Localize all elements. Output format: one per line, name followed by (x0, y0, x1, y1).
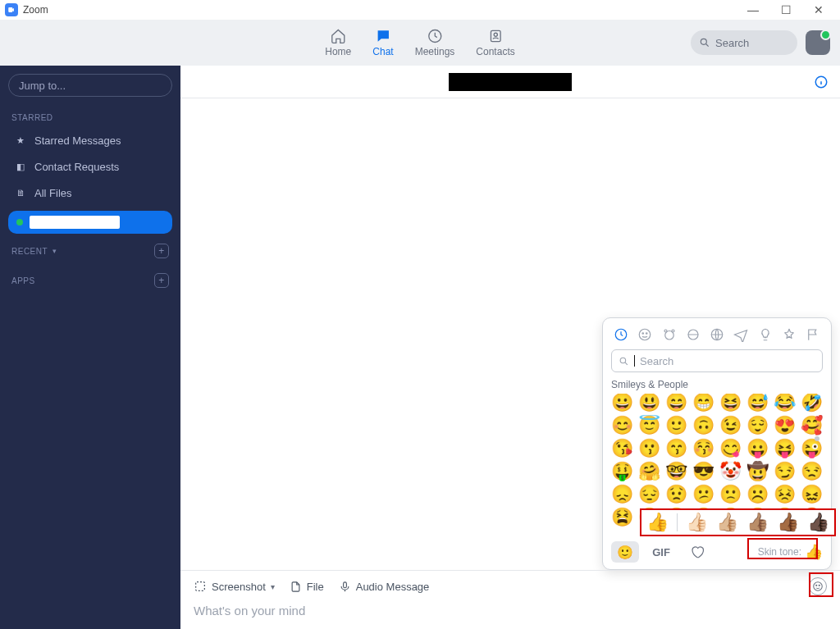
emoji-item[interactable]: 🙃 (692, 417, 714, 435)
skintone-option[interactable]: 👍🏽 (746, 513, 769, 531)
emoji-cat-recent[interactable] (613, 326, 629, 343)
emoji-item[interactable]: 🥰 (801, 417, 823, 435)
svg-rect-15 (343, 581, 346, 587)
file-button[interactable]: File (290, 581, 324, 593)
skintone-option[interactable]: 👍🏾 (777, 513, 799, 531)
emoji-item[interactable]: 😁 (692, 394, 714, 412)
emoji-item[interactable]: 🤗 (638, 463, 660, 481)
gif-tab-button[interactable]: GIF (647, 541, 675, 563)
emoji-item[interactable]: 🤓 (665, 463, 687, 481)
add-app-button[interactable]: + (154, 273, 169, 288)
emoji-cat-smileys[interactable] (637, 326, 653, 343)
chat-messages-area: Search Smileys & People 😀😃😄😁😆😅😂🤣😊😇🙂🙃😉😌😍🥰… (180, 98, 840, 570)
nav-contacts[interactable]: Contacts (476, 28, 514, 57)
skintone-selector[interactable]: Skin tone: 👍 (758, 543, 823, 561)
sidebar-heading-recent[interactable]: RECENT▾+ (11, 244, 169, 258)
sidebar-heading-apps[interactable]: APPS+ (11, 273, 169, 288)
emoji-item[interactable]: 😔 (638, 485, 660, 504)
emoji-item[interactable]: 😒 (801, 463, 823, 481)
favorites-tab-button[interactable] (683, 541, 711, 563)
window-minimize-button[interactable]: — (737, 0, 769, 20)
emoji-item[interactable]: 🙂 (665, 417, 687, 435)
svg-point-6 (640, 329, 651, 340)
emoji-item[interactable]: 🤠 (746, 463, 769, 481)
emoji-item[interactable]: 😋 (719, 440, 742, 458)
skintone-option[interactable]: 👍🏼 (716, 513, 738, 531)
sidebar: Jump to... STARRED ★Starred Messages ◧Co… (0, 66, 180, 629)
emoji-item[interactable]: 😜 (801, 440, 823, 458)
svg-point-11 (672, 330, 674, 332)
emoji-search-placeholder: Search (640, 355, 673, 367)
emoji-tab-button[interactable]: 🙂 (611, 541, 639, 563)
emoji-item[interactable]: 😛 (746, 440, 769, 458)
window-maximize-button[interactable]: ☐ (769, 0, 802, 20)
audio-message-button[interactable]: Audio Message (339, 581, 430, 593)
emoji-item[interactable]: 😃 (638, 394, 660, 412)
svg-point-18 (819, 585, 819, 586)
emoji-item[interactable]: 😟 (665, 485, 687, 504)
emoji-item[interactable]: 😕 (692, 485, 714, 504)
nav-chat[interactable]: Chat (372, 28, 393, 57)
emoji-item[interactable]: 😘 (611, 440, 633, 458)
emoji-item[interactable]: 😄 (665, 394, 687, 412)
add-recent-button[interactable]: + (154, 244, 169, 258)
emoji-item[interactable]: 😝 (774, 440, 796, 458)
emoji-cat-animals[interactable] (661, 326, 678, 343)
emoji-search-input[interactable]: Search (611, 349, 823, 372)
sidebar-item-all-files[interactable]: 🗎All Files (8, 180, 172, 206)
emoji-item[interactable]: 😂 (774, 394, 796, 412)
profile-avatar[interactable] (806, 30, 830, 55)
emoji-item[interactable]: 😚 (692, 440, 714, 458)
emoji-item[interactable]: 😀 (611, 394, 633, 412)
sidebar-item-starred-messages[interactable]: ★Starred Messages (8, 127, 172, 153)
emoji-item[interactable]: 😊 (611, 417, 633, 435)
info-icon[interactable] (814, 75, 829, 89)
jump-to-input[interactable]: Jump to... (8, 74, 172, 97)
skintone-option[interactable]: 👍 (646, 513, 669, 531)
emoji-item[interactable]: 😖 (801, 485, 823, 504)
emoji-item[interactable]: 😅 (746, 394, 769, 412)
emoji-picker-footer: 🙂 GIF Skin tone: 👍 (611, 535, 823, 563)
emoji-item[interactable]: 😉 (719, 417, 742, 435)
nav-meetings[interactable]: Meetings (415, 28, 455, 57)
emoji-item[interactable]: 😣 (774, 485, 796, 504)
emoji-item[interactable]: 😌 (746, 417, 769, 435)
svg-point-2 (494, 33, 497, 36)
emoji-item[interactable]: 🤣 (801, 394, 823, 412)
sidebar-item-contact-requests[interactable]: ◧Contact Requests (8, 153, 172, 180)
emoji-item[interactable]: 😏 (774, 463, 796, 481)
emoji-cat-symbols[interactable] (781, 326, 797, 343)
sidebar-item-active-contact[interactable] (8, 211, 172, 234)
emoji-button[interactable] (809, 577, 827, 595)
emoji-cat-food[interactable] (685, 326, 701, 343)
skintone-option[interactable]: 👍🏿 (807, 513, 829, 531)
emoji-item[interactable]: 🙁 (719, 485, 742, 504)
emoji-item[interactable]: 😎 (692, 463, 714, 481)
skintone-option[interactable]: 👍🏻 (686, 513, 708, 531)
emoji-cat-flags[interactable] (805, 326, 821, 343)
emoji-item[interactable]: 😆 (719, 394, 742, 412)
window-close-button[interactable]: ✕ (802, 0, 835, 20)
message-input[interactable]: What's on your mind (194, 604, 827, 618)
emoji-item[interactable]: 😙 (665, 440, 687, 458)
emoji-cat-activity[interactable] (709, 326, 725, 343)
emoji-item[interactable]: 😞 (611, 485, 633, 504)
window-controls: — ☐ ✕ (737, 0, 835, 20)
emoji-cat-travel[interactable] (733, 326, 749, 343)
nav-home[interactable]: Home (325, 28, 351, 57)
emoji-section-label: Smileys & People (611, 379, 823, 390)
emoji-item[interactable]: 😍 (774, 417, 796, 435)
emoji-item[interactable]: 🤡 (719, 463, 742, 481)
screenshot-button[interactable]: Screenshot ▾ (194, 580, 275, 593)
emoji-item[interactable]: 🤑 (611, 463, 633, 481)
emoji-item[interactable]: 😗 (638, 440, 660, 458)
text-cursor (634, 355, 635, 367)
emoji-item[interactable]: 😫 (611, 508, 633, 526)
scrollbar-thumb[interactable] (815, 436, 819, 441)
emoji-item[interactable]: ☹️ (746, 485, 769, 504)
window-title: Zoom (23, 4, 48, 16)
emoji-cat-objects[interactable] (757, 326, 774, 343)
skintone-label: Skin tone: (758, 546, 801, 558)
global-search[interactable]: Search (691, 30, 797, 55)
emoji-item[interactable]: 😇 (638, 417, 660, 435)
